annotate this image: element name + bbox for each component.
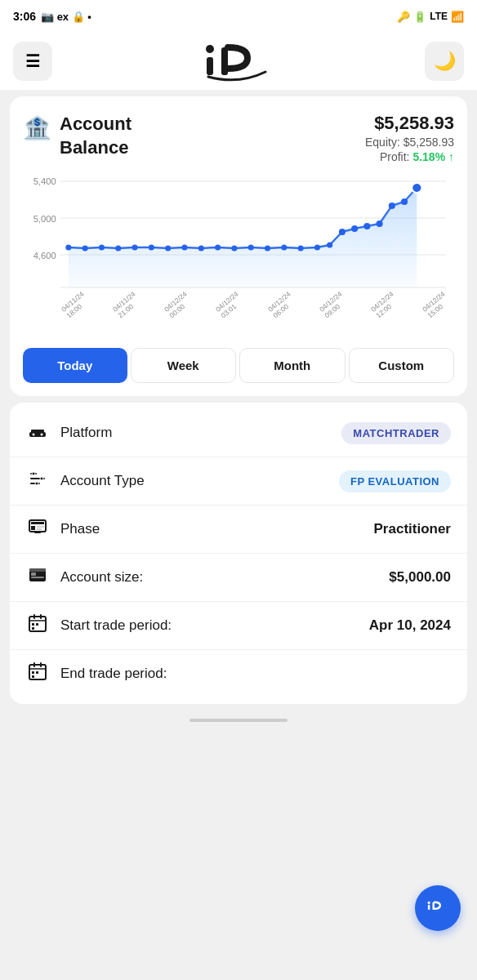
svg-point-25 — [314, 245, 320, 251]
phase-value: Practitioner — [374, 521, 451, 537]
svg-rect-47 — [37, 526, 44, 528]
svg-rect-67 — [32, 675, 34, 678]
start-trade-row: Start trade period: Apr 10, 2024 — [10, 602, 467, 650]
bank-icon: 🏦 — [23, 114, 51, 141]
svg-point-15 — [149, 245, 154, 251]
svg-point-0 — [206, 45, 214, 53]
status-icons: 📷 ex 🔒 • — [41, 11, 91, 23]
balance-card: 🏦 AccountBalance $5,258.93 Equity: $5,25… — [10, 96, 467, 396]
svg-point-68 — [428, 901, 430, 903]
svg-point-32 — [401, 198, 408, 205]
menu-button[interactable]: ☰ — [13, 42, 52, 81]
account-size-left: Account size: — [26, 565, 143, 590]
account-type-left: Account Type — [26, 469, 145, 493]
header: ☰ 🌙 — [0, 33, 477, 90]
start-trade-label: Start trade period: — [60, 617, 172, 634]
svg-point-13 — [115, 246, 121, 252]
chart-container: 5,400 5,000 4,600 — [23, 173, 454, 336]
svg-point-41 — [32, 472, 35, 475]
info-card: Platform MATCHTRADER Account Type FP EVA… — [10, 403, 467, 704]
battery-icon: 🔋 — [413, 11, 426, 23]
x-axis-labels: 04/11/24 18:00 04/11/24 21:00 04/12/24 0… — [23, 307, 454, 323]
balance-right: $5,258.93 Equity: $5,258.93 Profit: 5.18… — [365, 113, 454, 163]
tab-month[interactable]: Month — [239, 348, 345, 383]
status-bar: 3:06 📷 ex 🔒 • 🔑 🔋 LTE 📶 — [0, 0, 477, 33]
account-type-label: Account Type — [60, 473, 145, 489]
svg-rect-46 — [31, 526, 35, 530]
svg-point-20 — [231, 246, 237, 252]
svg-rect-52 — [31, 572, 36, 576]
svg-point-16 — [165, 246, 171, 252]
key-icon: 🔑 — [397, 11, 410, 23]
platform-left: Platform — [26, 421, 112, 445]
svg-point-12 — [99, 245, 105, 251]
svg-point-33 — [412, 183, 421, 193]
svg-text:4,600: 4,600 — [33, 251, 56, 261]
hamburger-icon: ☰ — [25, 51, 40, 71]
svg-rect-59 — [36, 623, 38, 626]
status-right-icons: 🔑 🔋 LTE 📶 — [397, 11, 464, 23]
svg-point-28 — [351, 225, 358, 232]
account-type-row: Account Type FP EVALUATION — [10, 457, 467, 506]
logo — [202, 41, 275, 82]
equity-display: Equity: $5,258.93 — [365, 136, 454, 149]
svg-point-10 — [65, 245, 71, 251]
profit-display: Profit: 5.18% ↑ — [365, 150, 454, 163]
svg-rect-60 — [32, 627, 34, 630]
moon-icon: 🌙 — [434, 51, 456, 72]
platform-label: Platform — [60, 425, 112, 441]
account-size-icon — [26, 565, 49, 590]
svg-rect-45 — [31, 522, 44, 524]
svg-point-24 — [298, 246, 304, 252]
svg-point-29 — [363, 223, 370, 229]
svg-point-36 — [33, 434, 35, 436]
svg-point-14 — [132, 245, 138, 251]
balance-label: AccountBalance — [60, 113, 132, 159]
phase-label: Phase — [60, 521, 100, 537]
svg-point-22 — [265, 246, 270, 252]
time-display: 3:06 — [13, 10, 36, 23]
tab-custom[interactable]: Custom — [349, 348, 455, 383]
tab-today[interactable]: Today — [23, 348, 127, 383]
phase-icon — [26, 517, 49, 541]
theme-toggle-button[interactable]: 🌙 — [425, 42, 464, 81]
svg-point-23 — [281, 245, 287, 251]
svg-rect-35 — [31, 430, 44, 433]
end-trade-label: End trade period: — [60, 666, 167, 682]
svg-rect-65 — [32, 671, 34, 674]
svg-point-21 — [248, 245, 254, 251]
svg-rect-53 — [31, 577, 44, 578]
balance-left: 🏦 AccountBalance — [23, 113, 132, 159]
calendar-end-icon — [26, 662, 49, 686]
svg-point-31 — [389, 203, 395, 209]
start-trade-value: Apr 10, 2024 — [369, 617, 451, 634]
phase-row: Phase Practitioner — [10, 506, 467, 554]
svg-rect-69 — [428, 904, 430, 909]
tab-week[interactable]: Week — [131, 348, 237, 383]
fab-button[interactable] — [415, 885, 461, 931]
svg-rect-58 — [32, 623, 34, 626]
account-size-label: Account size: — [60, 569, 143, 586]
home-bar — [189, 719, 288, 722]
platform-icon — [26, 421, 49, 445]
balance-amount: $5,258.93 — [365, 113, 454, 134]
calendar-start-icon — [26, 613, 49, 638]
svg-point-19 — [215, 245, 221, 251]
svg-point-37 — [41, 434, 43, 436]
end-trade-left: End trade period: — [26, 662, 167, 686]
account-type-icon — [26, 469, 49, 493]
svg-point-17 — [181, 245, 187, 251]
svg-rect-48 — [37, 528, 42, 530]
end-trade-row: End trade period: — [10, 650, 467, 697]
start-trade-left: Start trade period: — [26, 613, 172, 638]
svg-rect-66 — [36, 671, 38, 674]
account-type-badge: FP EVALUATION — [339, 470, 451, 492]
balance-chart: 5,400 5,000 4,600 — [23, 173, 454, 304]
signal-icon: 📶 — [451, 11, 464, 23]
status-time: 3:06 📷 ex 🔒 • — [13, 10, 91, 23]
phase-left: Phase — [26, 517, 100, 541]
home-indicator — [0, 710, 477, 727]
profit-value: 5.18% ↑ — [412, 150, 454, 163]
svg-point-11 — [82, 246, 88, 252]
svg-rect-49 — [34, 532, 41, 533]
